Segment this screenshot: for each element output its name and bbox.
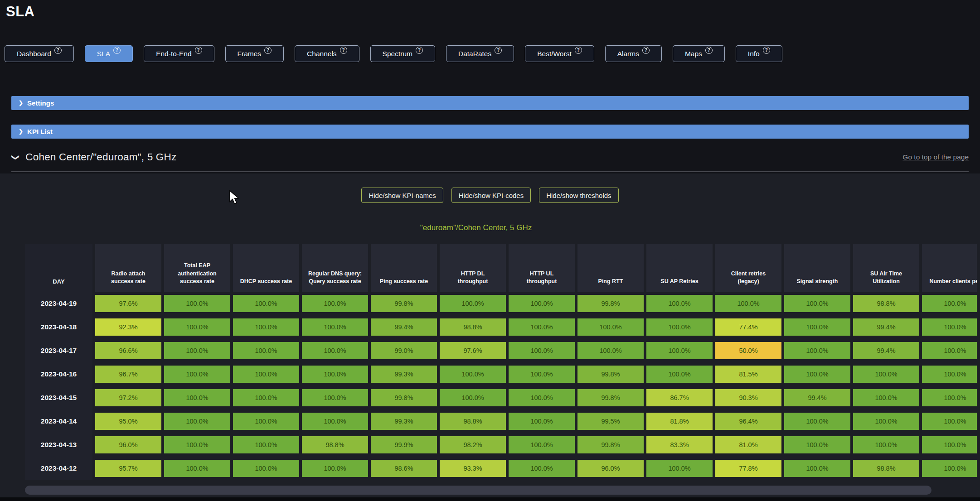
tab-maps[interactable]: Maps?: [673, 45, 725, 62]
table-row: 2023-04-1892.3%100.0%100.0%100.0%99.4%98…: [25, 315, 977, 339]
kpi-value-chip: 99.8%: [577, 436, 644, 453]
kpi-value-chip: 100.0%: [784, 436, 850, 453]
kpi-value-chip: 100.0%: [233, 436, 299, 453]
kpi-cell: 100.0%: [233, 386, 299, 409]
kpi-cell: 100.0%: [164, 315, 230, 339]
table-header-cell: Signal strength: [784, 244, 850, 292]
kpi-cell: 100.0%: [922, 457, 977, 480]
kpi-value-chip: 100.0%: [509, 318, 575, 336]
kpi-cell: 100.0%: [509, 409, 575, 433]
kpi-value-chip: 99.3%: [371, 366, 437, 383]
day-cell: 2023-04-15: [25, 386, 92, 409]
tab-sla[interactable]: SLA?: [85, 45, 133, 62]
kpi-value-chip: 100.0%: [646, 295, 713, 312]
kpi-cell: 100.0%: [784, 457, 850, 480]
tab-frames[interactable]: Frames?: [225, 45, 284, 62]
kpi-cell: 100.0%: [302, 315, 368, 339]
kpi-value-chip: 98.8%: [440, 413, 506, 430]
kpi-value-chip: 99.4%: [784, 389, 850, 406]
kpi-value-chip: 99.0%: [371, 342, 437, 359]
table-header-cell: Ping RTT: [577, 244, 644, 292]
kpi-value-chip: 96.4%: [715, 413, 781, 430]
table-header-cell: Client retries (legacy): [715, 244, 781, 292]
day-cell: 2023-04-14: [25, 409, 92, 433]
kpi-value-chip: 98.8%: [853, 460, 919, 477]
kpi-value-chip: 96.7%: [95, 366, 161, 383]
kpi-cell: 98.8%: [853, 292, 919, 315]
tab-datarates[interactable]: DataRates?: [446, 45, 514, 62]
kpi-value-chip: 100.0%: [440, 295, 506, 312]
tab-best-worst[interactable]: Best/Worst?: [525, 45, 594, 62]
kpi-value-chip: 100.0%: [784, 460, 850, 477]
help-icon: ?: [340, 47, 347, 54]
table-row: 2023-04-1396.0%100.0%100.0%98.8%99.9%98.…: [25, 433, 977, 457]
kpi-value-chip: 100.0%: [164, 460, 230, 477]
kpi-cell: 100.0%: [922, 409, 977, 433]
horizontal-scrollbar[interactable]: [25, 486, 931, 495]
kpi-cell: 100.0%: [233, 315, 299, 339]
tab-label: Frames: [238, 50, 262, 58]
kpi-cell: 99.0%: [371, 339, 437, 362]
kpi-value-chip: 100.0%: [302, 460, 368, 477]
kpi-cell: 100.0%: [646, 362, 713, 386]
kpi-value-chip: 99.8%: [577, 366, 644, 383]
toolbar-button-hide-show-kpi-codes[interactable]: Hide/show KPI-codes: [451, 188, 531, 203]
chevron-right-icon: ❯: [19, 128, 23, 135]
tab-info[interactable]: Info?: [736, 45, 782, 62]
toolbar-button-hide-show-kpi-names[interactable]: Hide/show KPI-names: [361, 188, 443, 203]
table-row: 2023-04-1696.7%100.0%100.0%100.0%99.3%10…: [25, 362, 977, 386]
table-row: 2023-04-1796.6%100.0%100.0%100.0%99.0%97…: [25, 339, 977, 362]
kpi-value-chip: 99.5%: [577, 413, 644, 430]
table-row: 2023-04-1597.2%100.0%100.0%100.0%99.8%10…: [25, 386, 977, 409]
kpi-table: DAYRadio attach success rateTotal EAP au…: [25, 244, 977, 480]
kpi-cell: 100.0%: [784, 315, 850, 339]
kpi-cell: 99.3%: [371, 409, 437, 433]
kpi-cell: 100.0%: [922, 339, 977, 362]
kpi-value-chip: 100.0%: [302, 366, 368, 383]
kpi-value-chip: 100.0%: [922, 413, 977, 430]
tab-channels[interactable]: Channels?: [295, 45, 359, 62]
kpi-cell: 100.0%: [853, 386, 919, 409]
kpi-cell: 100.0%: [646, 315, 713, 339]
kpi-value-chip: 100.0%: [784, 366, 850, 383]
kpi-cell: 100.0%: [164, 433, 230, 457]
tab-end-to-end[interactable]: End-to-End?: [144, 45, 214, 62]
kpi-value-chip: 100.0%: [577, 342, 644, 359]
kpi-value-chip: 97.2%: [95, 389, 161, 406]
toolbar-button-hide-show-thresholds[interactable]: Hide/show thresholds: [539, 188, 618, 203]
accordion-settings[interactable]: ❯ Settings: [11, 96, 969, 110]
kpi-value-chip: 99.4%: [853, 318, 919, 336]
tab-spectrum[interactable]: Spectrum?: [370, 45, 435, 62]
kpi-cell: 100.0%: [922, 292, 977, 315]
kpi-value-chip: 100.0%: [302, 342, 368, 359]
kpi-value-chip: 100.0%: [509, 413, 575, 430]
kpi-value-chip: 100.0%: [164, 413, 230, 430]
kpi-cell: 100.0%: [164, 339, 230, 362]
kpi-cell: 99.4%: [853, 339, 919, 362]
kpi-value-chip: 100.0%: [302, 318, 368, 336]
kpi-value-chip: 96.0%: [95, 436, 161, 453]
chevron-down-icon[interactable]: ❯: [11, 154, 20, 160]
kpi-value-chip: 100.0%: [646, 318, 713, 336]
kpi-cell: 97.6%: [95, 292, 161, 315]
accordion-kpi-list[interactable]: ❯ KPI List: [11, 125, 969, 139]
kpi-cell: 100.0%: [164, 386, 230, 409]
table-row: 2023-04-1997.6%100.0%100.0%100.0%99.8%10…: [25, 292, 977, 315]
help-icon: ?: [264, 47, 272, 54]
kpi-value-chip: 100.0%: [509, 389, 575, 406]
kpi-value-chip: 92.3%: [95, 318, 161, 336]
tab-dashboard[interactable]: Dashboard?: [5, 45, 74, 62]
kpi-cell: 86.7%: [646, 386, 713, 409]
kpi-value-chip: 100.0%: [440, 366, 506, 383]
kpi-cell: 83.3%: [646, 433, 713, 457]
tab-label: Best/Worst: [537, 50, 572, 58]
kpi-cell: 97.2%: [95, 386, 161, 409]
kpi-value-chip: 93.3%: [440, 460, 506, 477]
kpi-cell: 100.0%: [509, 315, 575, 339]
tab-alarms[interactable]: Alarms?: [605, 45, 662, 62]
page-title: SLA: [6, 4, 35, 20]
go-to-top-link[interactable]: Go to top of the page: [902, 153, 969, 161]
kpi-cell: 100.0%: [784, 433, 850, 457]
kpi-cell: 92.3%: [95, 315, 161, 339]
table-header-cell: HTTP UL throughput: [509, 244, 575, 292]
